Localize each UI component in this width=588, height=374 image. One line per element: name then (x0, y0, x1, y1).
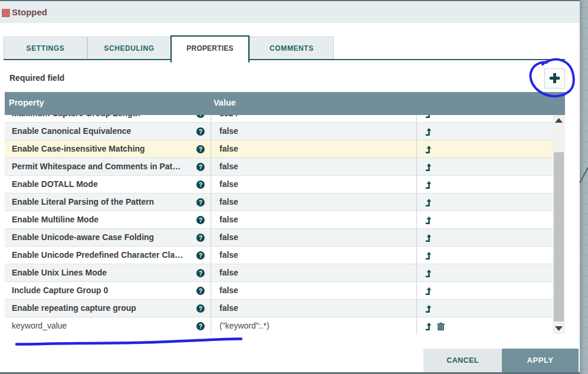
svg-text:?: ? (199, 115, 202, 117)
svg-text:?: ? (199, 129, 202, 135)
svg-text:?: ? (199, 199, 202, 206)
svg-text:?: ? (199, 182, 202, 188)
svg-text:?: ? (199, 146, 202, 153)
svg-text:?: ? (199, 323, 202, 330)
svg-text:?: ? (199, 217, 202, 224)
svg-text:?: ? (199, 288, 202, 294)
svg-text:?: ? (199, 164, 202, 170)
svg-text:?: ? (199, 306, 202, 312)
svg-text:?: ? (199, 270, 202, 277)
svg-text:?: ? (199, 235, 202, 241)
svg-text:?: ? (199, 252, 202, 259)
